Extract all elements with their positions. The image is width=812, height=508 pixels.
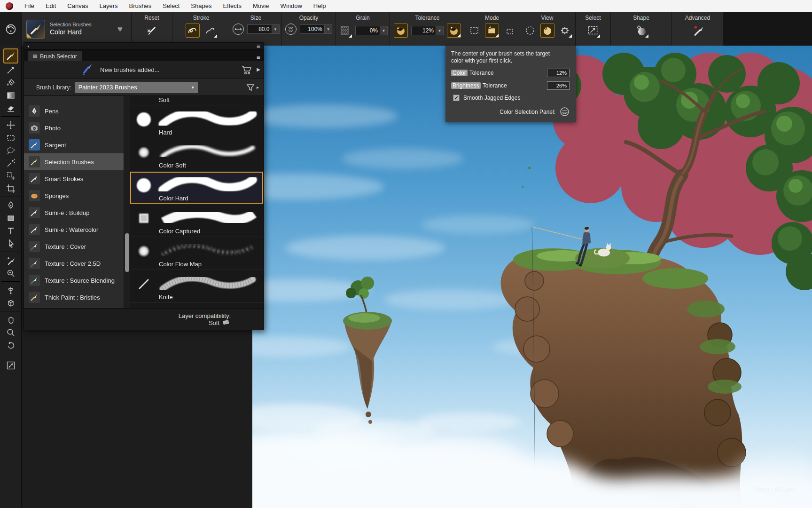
size-value[interactable]: 80.0 [247, 24, 272, 34]
menu-effects[interactable]: Effects [223, 2, 242, 9]
tool-perspective-guides[interactable] [3, 296, 18, 309]
menu-layers[interactable]: Layers [99, 2, 117, 9]
grain-icon[interactable] [338, 24, 352, 38]
tool-mirror-painting[interactable] [3, 284, 18, 296]
mode-new-selection-icon[interactable] [468, 24, 482, 38]
tool-transform[interactable] [3, 169, 18, 182]
menu-canvas[interactable]: Canvas [67, 2, 88, 9]
tool-rubber-stamp[interactable] [3, 267, 18, 279]
tab-brush-selector[interactable]: ⊠ Brush Selector [28, 51, 82, 61]
pen-nib-icon [29, 105, 40, 117]
tolerance-value[interactable]: 12% [411, 26, 436, 35]
category-pens[interactable]: Pens [24, 103, 124, 119]
view-settings-gear-icon[interactable] [558, 24, 572, 38]
variant-color-soft[interactable]: Color Soft [130, 138, 264, 171]
color-tolerance-value[interactable]: 12% [547, 69, 570, 77]
category-texture-cover[interactable]: Texture : Cover [24, 238, 124, 255]
smooth-jagged-edges-checkbox[interactable]: ✓ [453, 95, 460, 101]
variant-hard[interactable]: Hard [130, 105, 264, 138]
favorite-heart-icon[interactable]: ♥ [117, 24, 123, 34]
tool-navigator[interactable] [3, 359, 18, 372]
variant-knife[interactable]: Knife [130, 270, 264, 303]
panel-options-hamburger-icon[interactable]: ≡ [257, 44, 260, 48]
freehand-stroke-icon[interactable] [186, 24, 200, 38]
mode-add-selection-icon[interactable] [485, 24, 499, 38]
variant-color-captured[interactable]: Color Captured [130, 204, 264, 237]
opacity-dropdown[interactable]: ▾ [324, 24, 332, 34]
tolerance-sampling-icon[interactable] [447, 24, 461, 38]
category-sponges[interactable]: Sponges [24, 187, 124, 204]
new-brushes-banner[interactable]: New brushes added... ▶ [24, 61, 264, 79]
variant-color-flow-map[interactable]: Color Flow Map [130, 237, 264, 270]
tool-lasso[interactable] [3, 144, 18, 157]
view-marching-ants-icon[interactable] [523, 24, 537, 38]
panel-grip[interactable]: ● ≡ [24, 43, 264, 50]
menu-edit[interactable]: Edit [46, 2, 56, 9]
menu-movie[interactable]: Movie [253, 2, 269, 9]
grain-value[interactable]: 0% [355, 26, 380, 35]
tool-eraser[interactable] [3, 102, 18, 114]
shape-sphere-icon[interactable] [634, 24, 648, 38]
category-texture-cover-25d[interactable]: Texture : Cover 2.5D [24, 255, 124, 272]
tool-dropper[interactable] [3, 64, 18, 76]
category-sumie-watercolor[interactable]: Sumi-e : Watercolor [24, 221, 124, 238]
straight-stroke-icon[interactable] [203, 24, 217, 38]
variant-soft[interactable]: Soft [130, 96, 264, 105]
menu-window[interactable]: Window [281, 2, 302, 9]
opacity-icon[interactable] [285, 24, 297, 35]
tool-brush[interactable] [3, 48, 18, 64]
opacity-value[interactable]: 100% [300, 24, 324, 34]
category-scrollbar[interactable] [124, 96, 130, 308]
brightness-tolerance-value[interactable]: 26% [547, 81, 570, 90]
tool-rectangular-selection[interactable] [3, 131, 18, 144]
size-dropdown[interactable]: ▾ [272, 24, 280, 34]
category-smart-strokes[interactable]: Smart Strokes [24, 170, 124, 187]
select-transform-icon[interactable] [586, 24, 600, 38]
current-brush-icon[interactable] [26, 20, 45, 39]
color-selection-panel-icon[interactable] [560, 107, 570, 117]
tolerance-ball-icon[interactable] [394, 24, 408, 38]
menu-brushes[interactable]: Brushes [129, 2, 151, 9]
tool-rectangular-shape[interactable] [3, 212, 18, 224]
tool-grabber-hand[interactable] [3, 313, 18, 326]
brightness-tolerance-slider-thumb[interactable]: Brightness [451, 82, 481, 89]
reset-brush-icon[interactable] [145, 24, 159, 38]
view-overlay-icon[interactable] [540, 24, 554, 38]
category-sargent[interactable]: Sargent [24, 136, 124, 153]
category-thick-paint-bristles[interactable]: Thick Paint : Bristles [24, 289, 124, 306]
category-scrollbar-thumb[interactable] [125, 233, 129, 272]
menu-help[interactable]: Help [313, 2, 326, 9]
tool-crop[interactable] [3, 182, 18, 195]
banner-flyout-arrow-icon[interactable]: ▶ [257, 67, 260, 72]
grain-dropdown[interactable]: ▾ [380, 26, 388, 35]
brush-library-select[interactable]: Painter 2023 Brushes ▾ [75, 82, 198, 93]
panel-collapse-dot-icon[interactable]: ● [27, 44, 30, 48]
tool-text[interactable] [3, 224, 18, 237]
tool-cloner[interactable] [3, 254, 18, 267]
tool-rotate-page[interactable] [3, 339, 18, 351]
advanced-brush-icon[interactable] [691, 24, 705, 38]
category-photo[interactable]: Photo [24, 119, 124, 136]
tool-layer-adjuster[interactable] [3, 119, 18, 131]
menu-file[interactable]: File [24, 2, 34, 9]
category-sumie-buildup[interactable]: Sumi-e : Buildup [24, 204, 124, 221]
mode-subtract-selection-icon[interactable] [502, 24, 516, 38]
tolerance-dropdown[interactable]: ▾ [436, 26, 444, 35]
tool-pen[interactable] [3, 199, 18, 212]
category-texture-source-blending[interactable]: Texture : Source Blending [24, 272, 124, 289]
size-icon[interactable] [233, 24, 244, 35]
variant-color-hard[interactable]: Color Hard [130, 171, 264, 204]
refresh-icon[interactable] [5, 23, 17, 35]
menu-select[interactable]: Select [163, 2, 180, 9]
filter-funnel-icon[interactable]: ▸ [246, 83, 259, 92]
color-tolerance-slider-thumb[interactable]: Color [451, 70, 468, 76]
tool-gradient[interactable] [3, 89, 18, 102]
menu-shapes[interactable]: Shapes [191, 2, 211, 9]
tool-paint-bucket[interactable] [3, 76, 18, 89]
tool-magnifier[interactable] [3, 326, 18, 339]
tool-magic-wand[interactable] [3, 157, 18, 169]
category-selection-brushes[interactable]: Selection Brushes [24, 153, 124, 170]
tool-shape-selection[interactable] [3, 237, 18, 250]
shopping-cart-icon[interactable] [241, 65, 252, 77]
tab-options-hamburger-icon[interactable]: ≡ [257, 54, 264, 61]
